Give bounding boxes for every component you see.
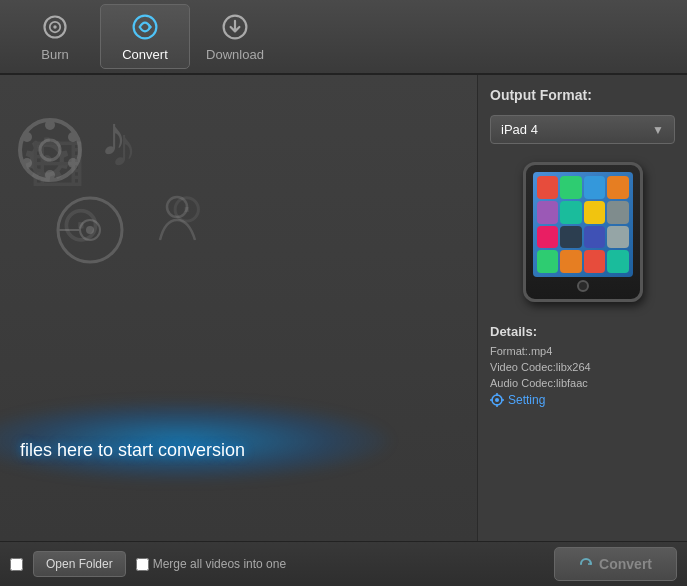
tab-download[interactable]: Download [190,4,280,69]
app-icon [537,250,559,273]
svg-text:♪: ♪ [100,105,128,165]
app-icon [560,176,582,199]
music-note-icon: ♪ [100,105,155,165]
svg-marker-4 [149,24,153,31]
gear-icon [490,393,504,407]
convert-button[interactable]: Convert [554,547,677,581]
app-icon [537,201,559,224]
app-icon [537,176,559,199]
main-layout: ⚙ ♪ ⊙ ⊙ 🎞 ♪ [0,75,687,541]
left-panel: ⚙ ♪ ⊙ ⊙ 🎞 ♪ [0,75,477,541]
app-icon [560,250,582,273]
svg-point-13 [22,158,32,168]
svg-point-12 [68,132,78,142]
right-panel: Output Format: iPad 4 ▼ [477,75,687,541]
open-folder-checkbox[interactable] [10,558,23,571]
svg-point-10 [45,170,55,180]
ipad-home-button [577,280,589,292]
open-folder-button[interactable]: Open Folder [33,551,126,577]
svg-point-9 [45,120,55,130]
svg-point-14 [68,158,78,168]
app-icon [584,176,606,199]
ipad-screen [533,172,633,277]
output-format-label: Output Format: [490,87,675,103]
app-icon [584,201,606,224]
person-icon [155,195,200,245]
svg-point-8 [40,140,60,160]
bottom-bar: Open Folder Merge all videos into one Co… [0,541,687,586]
merge-checkbox[interactable] [136,558,149,571]
film-reel-icon [10,115,90,185]
app-icon [560,201,582,224]
format-value: iPad 4 [501,122,538,137]
tab-convert-label: Convert [122,47,168,62]
app-icon [584,226,606,249]
format-detail: Format:.mp4 [490,345,675,357]
app-icon [584,250,606,273]
tab-convert[interactable]: Convert [100,4,190,69]
drop-text: files here to start conversion [20,440,245,461]
tab-burn-label: Burn [41,47,68,62]
app-icon [537,226,559,249]
merge-checkbox-wrap: Merge all videos into one [136,557,286,571]
app-icon [607,201,629,224]
merge-label: Merge all videos into one [153,557,286,571]
svg-point-2 [53,25,57,29]
toolbar: Burn Convert Download [0,0,687,75]
convert-refresh-icon [579,557,593,571]
download-icon [219,11,251,43]
details-label: Details: [490,324,675,339]
format-dropdown[interactable]: iPad 4 ▼ [490,115,675,144]
svg-point-3 [134,16,157,39]
open-folder-checkbox-wrap [10,558,23,571]
chevron-down-icon: ▼ [652,123,664,137]
svg-point-20 [167,197,187,217]
tab-download-label: Download [206,47,264,62]
audio-codec-detail: Audio Codec:libfaac [490,377,675,389]
drop-area[interactable]: ⚙ ♪ ⊙ ⊙ 🎞 ♪ [0,75,477,541]
ipad-device [523,162,643,302]
setting-link[interactable]: Setting [490,393,675,407]
tab-burn[interactable]: Burn [10,4,100,69]
svg-point-11 [22,132,32,142]
convert-button-label: Convert [599,556,652,572]
device-image-wrap [490,152,675,312]
svg-point-22 [495,398,499,402]
app-icon [607,176,629,199]
video-codec-detail: Video Codec:libx264 [490,361,675,373]
setting-link-label: Setting [508,393,545,407]
details-section: Details: Format:.mp4 Video Codec:libx264… [490,324,675,407]
svg-point-18 [86,226,94,234]
disc-icon [55,195,125,265]
app-icon [607,226,629,249]
app-icon [560,226,582,249]
app-icon [607,250,629,273]
convert-icon [129,11,161,43]
burn-icon [39,11,71,43]
